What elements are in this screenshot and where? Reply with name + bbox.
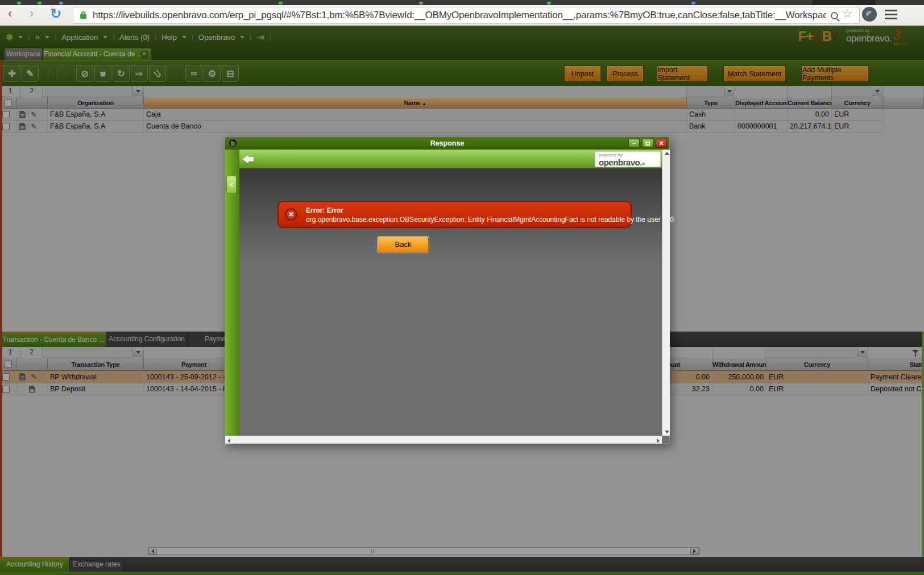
back-button[interactable]: Back — [378, 237, 429, 253]
scroll-up-icon[interactable] — [665, 152, 669, 155]
powered-by-label: powered by — [599, 152, 657, 158]
address-bar[interactable]: https://livebuilds.openbravo.com/erp_pi_… — [73, 7, 860, 24]
tab-favicon-dot — [279, 2, 283, 5]
browser-toolbar: ‹ › ↻ https://livebuilds.openbravo.com/e… — [0, 5, 924, 26]
url-text[interactable]: https://livebuilds.openbravo.com/erp_pi_… — [93, 7, 826, 23]
browser-back-button[interactable]: ‹ — [8, 5, 12, 22]
minimize-icon[interactable]: – — [628, 139, 640, 148]
dialog-green-header: powered by openbravo.● — [225, 150, 669, 168]
scroll-down-icon[interactable] — [665, 431, 669, 433]
collapse-panel-button[interactable]: < — [226, 176, 237, 194]
dialog-vertical-scrollbar[interactable] — [662, 150, 670, 436]
https-lock-icon — [80, 14, 86, 19]
tab-favicon-dot — [691, 2, 695, 5]
zoom-icon[interactable] — [831, 12, 838, 19]
error-title: Error: Error — [306, 206, 343, 214]
scroll-right-icon[interactable] — [657, 439, 660, 443]
error-message: org.openbravo.base.exception.OBSecurityE… — [306, 216, 674, 224]
dialog-horizontal-scrollbar[interactable] — [225, 436, 662, 444]
screen: ‹ › ↻ https://livebuilds.openbravo.com/e… — [0, 0, 924, 575]
browser-reload-button[interactable]: ↻ — [50, 5, 61, 22]
dialog-title-bar[interactable]: b Response – ✕ — [225, 137, 669, 150]
tab-favicon-dot — [38, 2, 42, 5]
maximize-icon[interactable] — [642, 139, 653, 148]
powered-by-box: powered by openbravo.● — [595, 151, 661, 167]
extension-icon[interactable] — [862, 7, 877, 22]
error-banner: ✕ Error: Error org.openbravo.base.except… — [277, 201, 632, 228]
bookmark-star-icon[interactable]: ☆ — [842, 7, 853, 20]
browser-tab-strip — [0, 0, 924, 5]
error-icon: ✕ — [285, 208, 297, 221]
tab-favicon-dot — [547, 2, 551, 5]
close-icon[interactable]: ✕ — [656, 139, 667, 148]
browser-active-tab-edge[interactable] — [812, 0, 876, 5]
back-arrow-icon[interactable] — [242, 155, 248, 164]
tab-favicon-dot — [17, 2, 21, 5]
tab-favicon-dot — [419, 2, 423, 5]
scroll-left-icon[interactable] — [227, 439, 230, 443]
tab-favicon-dot — [59, 2, 63, 5]
browser-menu-icon[interactable] — [885, 10, 897, 22]
dialog-left-rail: < — [225, 150, 239, 444]
openbravo-wordmark: openbravo.● — [599, 158, 657, 167]
dialog-content: ✕ Error: Error org.openbravo.base.except… — [239, 168, 662, 436]
response-dialog: b Response – ✕ powered by openbravo.● < … — [225, 136, 670, 444]
browser-forward-button[interactable]: › — [30, 5, 34, 22]
dialog-title: Response — [225, 137, 669, 150]
